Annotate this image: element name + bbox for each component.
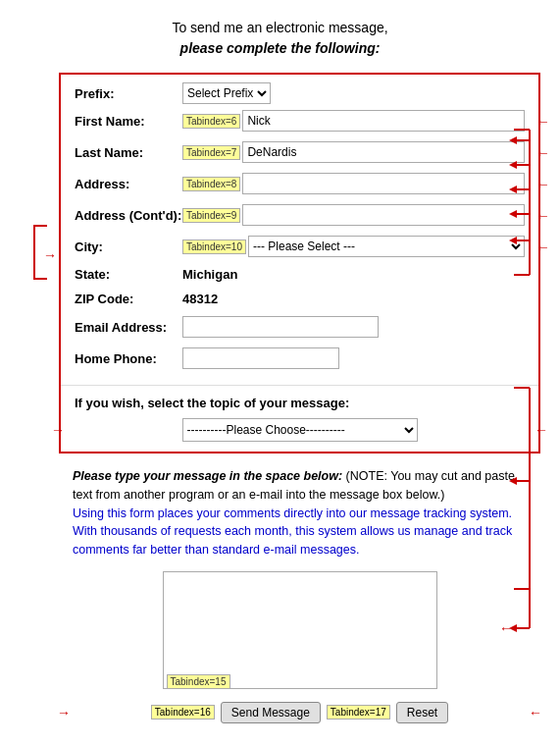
last-name-tabindex: Tabindex=7	[182, 145, 240, 160]
address-control: Tabindex=8 ←	[182, 173, 525, 194]
main-container: → Prefix: Select Prefix Mr. Mrs. Ms. Dr.…	[0, 73, 560, 746]
reset-button[interactable]: Reset	[396, 702, 448, 723]
textarea-tabindex: Tabindex=15	[167, 674, 230, 689]
message-note-bold: Please type your message in the space be…	[73, 469, 342, 483]
address2-input[interactable]	[242, 204, 525, 226]
state-label: State:	[75, 267, 182, 282]
last-name-arrow: ←	[535, 144, 550, 161]
header-line1: To send me an electronic message,	[20, 18, 540, 38]
zip-row: ZIP Code: 48312	[61, 292, 538, 310]
address2-label: Address (Cont'd):	[75, 208, 182, 223]
phone-label: Home Phone:	[75, 351, 182, 366]
address2-tabindex: Tabindex=9	[182, 208, 240, 223]
state-value: Michigan	[182, 267, 237, 282]
phone-row: Home Phone:	[61, 347, 538, 379]
left-bracket-arrow: →	[43, 247, 57, 263]
address-row: Address: Tabindex=8 ←	[61, 173, 538, 198]
message-note-blue: Using this form places your comments dir…	[73, 506, 512, 558]
buttons-arrow-left: →	[57, 705, 71, 720]
city-row: City: Tabindex=10 --- Please Select --- …	[61, 236, 538, 261]
zip-label: ZIP Code:	[75, 292, 182, 306]
first-name-label: First Name:	[75, 114, 182, 129]
message-textarea[interactable]	[163, 571, 437, 689]
address-tabindex: Tabindex=8	[182, 177, 240, 191]
last-name-label: Last Name:	[75, 145, 182, 160]
header-line2: please complete the following:	[20, 38, 540, 59]
first-name-tabindex: Tabindex=6	[182, 114, 240, 129]
prefix-label: Prefix:	[75, 86, 182, 101]
form-outer-box: Prefix: Select Prefix Mr. Mrs. Ms. Dr. F…	[59, 73, 540, 453]
topic-select-container: → ----------Please Choose---------- Gene…	[75, 418, 525, 442]
first-name-input[interactable]	[242, 110, 525, 132]
topic-label: If you wish, select the topic of your me…	[75, 396, 525, 410]
topic-arrow-right: ←	[535, 422, 548, 438]
first-name-row: First Name: Tabindex=6 ←	[61, 110, 538, 135]
prefix-control: Select Prefix Mr. Mrs. Ms. Dr.	[182, 82, 525, 104]
state-control: Michigan	[182, 267, 525, 282]
topic-select[interactable]: ----------Please Choose---------- Genera…	[182, 418, 418, 442]
last-name-row: Last Name: Tabindex=7 ←	[61, 141, 538, 167]
state-row: State: Michigan	[61, 267, 538, 286]
zip-value: 48312	[182, 292, 218, 306]
email-label: Email Address:	[75, 320, 182, 335]
textarea-tabindex-container: Tabindex=15	[167, 673, 232, 688]
prefix-select[interactable]: Select Prefix Mr. Mrs. Ms. Dr.	[182, 82, 271, 104]
address-label: Address:	[75, 177, 182, 191]
message-note: Please type your message in the space be…	[73, 467, 527, 560]
buttons-row: → Tabindex=16 Send Message Tabindex=17 R…	[73, 702, 527, 723]
topic-arrow-left: →	[51, 422, 65, 438]
address-input[interactable]	[242, 173, 525, 194]
city-arrow: ←	[535, 239, 550, 255]
textarea-arrow-right: ←	[499, 620, 513, 636]
address2-arrow: ←	[535, 207, 550, 224]
first-name-arrow: ←	[535, 113, 550, 130]
address2-control: Tabindex=9 ←	[182, 204, 525, 226]
page-header: To send me an electronic message, please…	[0, 0, 560, 73]
phone-control	[182, 347, 525, 369]
message-section: Please type your message in the space be…	[59, 467, 540, 733]
textarea-wrapper: Tabindex=15	[163, 571, 437, 692]
send-tabindex-label: Tabindex=16	[151, 705, 215, 719]
zip-control: 48312	[182, 292, 525, 306]
city-control: Tabindex=10 --- Please Select --- Detroi…	[182, 236, 525, 257]
last-name-control: Tabindex=7 ←	[182, 141, 525, 163]
buttons-arrow-right: ←	[529, 705, 542, 720]
city-select[interactable]: --- Please Select --- Detroit Ann Arbor …	[248, 236, 525, 257]
topic-section: If you wish, select the topic of your me…	[61, 385, 538, 452]
last-name-input[interactable]	[242, 141, 525, 163]
city-label: City:	[75, 240, 182, 254]
message-textarea-container: ← Tabindex=15	[73, 571, 527, 692]
reset-tabindex-label: Tabindex=17	[327, 705, 390, 719]
first-name-control: Tabindex=6 ←	[182, 110, 525, 132]
phone-input[interactable]	[182, 347, 339, 369]
prefix-row: Prefix: Select Prefix Mr. Mrs. Ms. Dr.	[61, 75, 538, 110]
email-row: Email Address:	[61, 316, 538, 342]
address-arrow: ←	[535, 176, 550, 192]
send-button[interactable]: Send Message	[221, 702, 321, 723]
city-tabindex: Tabindex=10	[182, 240, 246, 254]
address2-row: Address (Cont'd): Tabindex=9 ←	[61, 204, 538, 230]
email-control	[182, 316, 525, 338]
email-input[interactable]	[182, 316, 379, 338]
